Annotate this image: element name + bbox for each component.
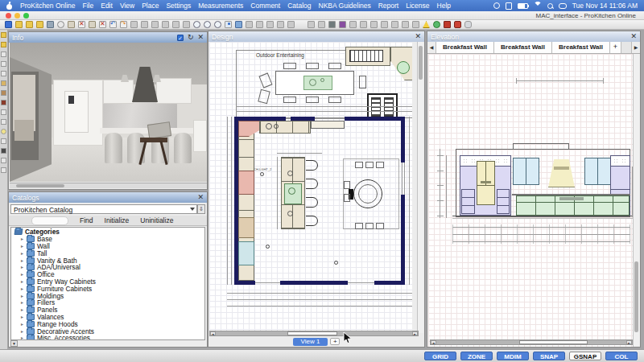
design-horizontal-scrollbar[interactable]: ◂ ▸	[209, 331, 419, 336]
3d-icon[interactable]	[277, 21, 284, 28]
battery-icon[interactable]	[518, 3, 528, 9]
warning-icon[interactable]	[423, 21, 430, 28]
collapse-icon[interactable]	[1, 32, 6, 38]
tab-scroll-left-icon[interactable]: ◀	[427, 42, 436, 53]
column-icon[interactable]	[246, 21, 253, 28]
link-icon[interactable]	[464, 21, 472, 28]
minimize-window-button[interactable]	[14, 13, 20, 19]
align-left-icon[interactable]	[349, 21, 357, 28]
layers-icon[interactable]	[235, 21, 242, 28]
zone-button[interactable]: ZONE	[460, 352, 493, 360]
check-icon[interactable]	[391, 21, 398, 28]
align-center-icon[interactable]	[360, 21, 367, 28]
delete-icon[interactable]	[99, 21, 106, 28]
align-right-icon[interactable]	[370, 21, 378, 28]
menu-item[interactable]: File	[83, 2, 94, 10]
disclosure-triangle-icon[interactable]: ▸	[21, 294, 24, 298]
paste-icon[interactable]	[89, 21, 96, 28]
menu-item[interactable]: Comment	[250, 2, 280, 10]
report-icon[interactable]	[444, 21, 451, 28]
menu-item[interactable]: View	[120, 2, 134, 10]
control-center-icon[interactable]	[559, 3, 567, 9]
elevation-tab[interactable]: Breakfast Wall	[552, 42, 610, 53]
zoom-window-button[interactable]	[23, 13, 29, 19]
elevation-canvas[interactable]: ◂ ▸	[428, 54, 634, 347]
hook-icon[interactable]	[1, 129, 6, 134]
printer-icon[interactable]	[1, 148, 6, 154]
outline-icon[interactable]	[1, 80, 6, 86]
window-icon[interactable]	[506, 2, 512, 10]
disclosure-triangle-icon[interactable]: ▸	[21, 300, 24, 305]
close-icon[interactable]: ✕	[197, 34, 204, 41]
elevation-vertical-scrollbar[interactable]	[633, 54, 639, 347]
disclosure-triangle-icon[interactable]: ▸	[21, 335, 24, 340]
menu-item[interactable]: NKBA Guidelines	[319, 2, 371, 10]
cut-icon[interactable]	[78, 21, 85, 28]
cabinet-icon[interactable]	[1, 90, 6, 96]
new-icon[interactable]	[5, 21, 12, 28]
gsnap-button[interactable]: GSNAP	[569, 352, 601, 360]
library-icon[interactable]	[36, 21, 43, 28]
measure-icon[interactable]	[130, 21, 138, 28]
tab-scroll-right-icon[interactable]: ▶	[631, 42, 640, 53]
elevation-tab[interactable]: Breakfast Wall	[436, 42, 494, 53]
disclosure-triangle-icon[interactable]: ▸	[21, 279, 24, 284]
frame-icon[interactable]	[1, 61, 6, 67]
duplicate-icon[interactable]	[1, 100, 6, 105]
auto-update-checkbox[interactable]: ✓	[177, 35, 184, 41]
view-tab[interactable]: View 1	[293, 338, 328, 346]
elevation-titlebar[interactable]: Elevation ✕	[427, 31, 640, 42]
menu-item[interactable]: Report	[378, 2, 399, 10]
menu-item[interactable]: Help	[437, 2, 451, 10]
token-icon[interactable]	[412, 21, 419, 28]
add-view-button[interactable]: +	[330, 338, 340, 345]
screen-icon[interactable]	[1, 167, 6, 173]
menu-item[interactable]: Catalog	[287, 2, 311, 10]
snap-button[interactable]: SNAP	[533, 352, 565, 360]
disclosure-triangle-icon[interactable]: ▸	[21, 315, 24, 319]
design-titlebar[interactable]: Design ✕	[208, 31, 424, 42]
disclosure-triangle-icon[interactable]: ▸	[21, 251, 24, 256]
close-window-button[interactable]	[6, 13, 11, 19]
close-icon[interactable]: ✕	[415, 33, 421, 40]
tree-item[interactable]: ▸ Misc. Accessories	[11, 335, 204, 340]
elevation-horizontal-scrollbar[interactable]: ◂ ▸	[430, 339, 633, 345]
disclosure-triangle-icon[interactable]: ▸	[21, 244, 24, 249]
panel-icon[interactable]	[1, 71, 6, 76]
wifi-icon[interactable]	[534, 2, 542, 10]
mdim-button[interactable]: MDIM	[497, 352, 529, 360]
redo-icon[interactable]	[120, 21, 127, 28]
align-bottom-icon[interactable]	[381, 21, 388, 28]
grid-button[interactable]: GRID	[424, 352, 456, 360]
camera-icon[interactable]	[328, 21, 336, 28]
row-icon[interactable]	[256, 21, 263, 28]
disclosure-triangle-icon[interactable]: ▸	[21, 272, 24, 277]
disclosure-triangle-icon[interactable]: ▸	[21, 322, 24, 327]
render-scrollbar[interactable]	[10, 183, 207, 188]
disclosure-triangle-icon[interactable]: ▸	[21, 258, 24, 263]
refresh-icon[interactable]: ↻	[188, 34, 194, 41]
menu-item[interactable]: Edit	[101, 2, 113, 10]
material-icon[interactable]	[1, 109, 6, 115]
zoom-fit-icon[interactable]	[214, 21, 221, 28]
zoom-out-icon[interactable]	[204, 21, 211, 28]
floor-plan-canvas[interactable]: Outdoor Entertaining	[209, 42, 412, 333]
search-icon[interactable]	[547, 3, 553, 9]
contrast-icon[interactable]	[287, 21, 295, 28]
clipboard-icon[interactable]	[162, 21, 169, 28]
menu-item[interactable]: Settings	[166, 2, 191, 10]
add-elevation-tab[interactable]: +	[610, 42, 621, 53]
info-panel-titlebar[interactable]: Info ✓ ↻ ✕	[9, 32, 207, 43]
globe-icon[interactable]	[308, 21, 315, 28]
catalogs-panel-titlebar[interactable]: Catalogs ✕	[9, 192, 207, 203]
select-icon[interactable]	[172, 21, 180, 28]
walk-icon[interactable]	[318, 21, 325, 28]
history-icon[interactable]	[57, 21, 64, 28]
apple-menu-icon[interactable]	[6, 2, 13, 10]
world-icon[interactable]	[433, 21, 440, 28]
mail-icon[interactable]	[402, 21, 409, 28]
close-icon[interactable]: ✕	[630, 33, 637, 40]
menu-item[interactable]: License	[406, 2, 429, 10]
undo-icon[interactable]	[109, 21, 117, 28]
disclosure-triangle-icon[interactable]: ▸	[21, 237, 24, 241]
